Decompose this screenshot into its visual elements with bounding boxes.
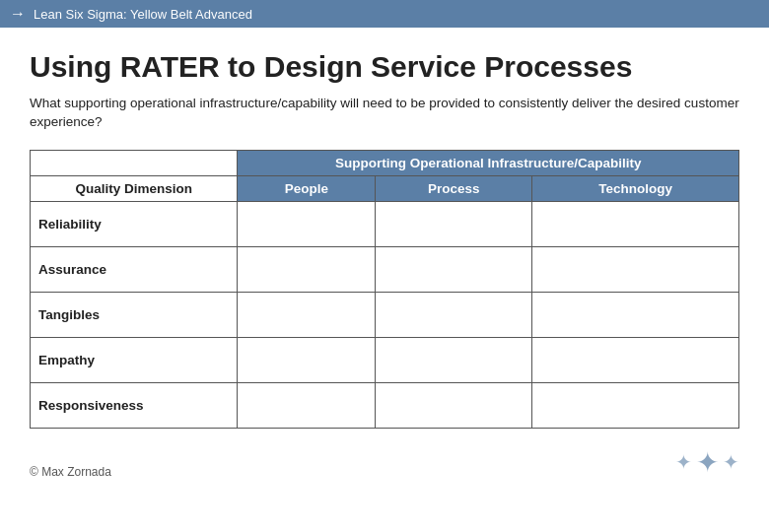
- col-header-process: Process: [376, 175, 532, 201]
- table-header-sub: Quality Dimension People Process Technol…: [31, 175, 739, 201]
- empty-cell: [376, 382, 532, 428]
- table-row: Empathy: [31, 337, 739, 382]
- arrow-icon: →: [10, 5, 26, 23]
- top-bar-title: Lean Six Sigma: Yellow Belt Advanced: [34, 7, 252, 22]
- page-title: Using RATER to Design Service Processes: [30, 49, 739, 85]
- empty-cell: [376, 337, 532, 382]
- table-row: Reliability: [31, 201, 739, 246]
- empty-cell: [532, 292, 739, 337]
- footer: © Max Zornada ✦ ✦ ✦: [0, 438, 769, 485]
- quality-dimension-header-spacer: [31, 150, 238, 175]
- star-icon-2: ✦: [696, 446, 719, 479]
- empty-cell: [376, 201, 532, 246]
- row-label: Tangibles: [31, 292, 238, 337]
- rater-table: Supporting Operational Infrastructure/Ca…: [30, 150, 739, 429]
- empty-cell: [238, 337, 376, 382]
- table-row: Responsiveness: [31, 382, 739, 428]
- empty-cell: [238, 382, 376, 428]
- empty-cell: [532, 246, 739, 292]
- empty-cell: [238, 292, 376, 337]
- footer-stars: ✦ ✦ ✦: [675, 446, 739, 479]
- main-content: Using RATER to Design Service Processes …: [0, 28, 769, 438]
- empty-cell: [376, 246, 532, 292]
- empty-cell: [532, 382, 739, 428]
- empty-cell: [532, 337, 739, 382]
- row-label: Empathy: [31, 337, 238, 382]
- copyright-text: © Max Zornada: [30, 465, 111, 479]
- top-bar: → Lean Six Sigma: Yellow Belt Advanced: [0, 0, 769, 28]
- col-header-technology: Technology: [532, 175, 739, 201]
- row-label: Assurance: [31, 246, 238, 292]
- empty-cell: [376, 292, 532, 337]
- row-label: Responsiveness: [31, 382, 238, 428]
- quality-dimension-label: Quality Dimension: [31, 175, 238, 201]
- col-header-people: People: [238, 175, 376, 201]
- row-label: Reliability: [31, 201, 238, 246]
- supporting-infra-header: Supporting Operational Infrastructure/Ca…: [238, 150, 739, 175]
- table-body: ReliabilityAssuranceTangiblesEmpathyResp…: [31, 201, 739, 428]
- star-icon-3: ✦: [723, 450, 739, 474]
- subtitle: What supporting operational infrastructu…: [30, 95, 739, 132]
- empty-cell: [532, 201, 739, 246]
- table-row: Tangibles: [31, 292, 739, 337]
- star-icon-1: ✦: [675, 450, 692, 474]
- table-header-top: Supporting Operational Infrastructure/Ca…: [31, 150, 739, 175]
- empty-cell: [238, 246, 376, 292]
- empty-cell: [238, 201, 376, 246]
- table-row: Assurance: [31, 246, 739, 292]
